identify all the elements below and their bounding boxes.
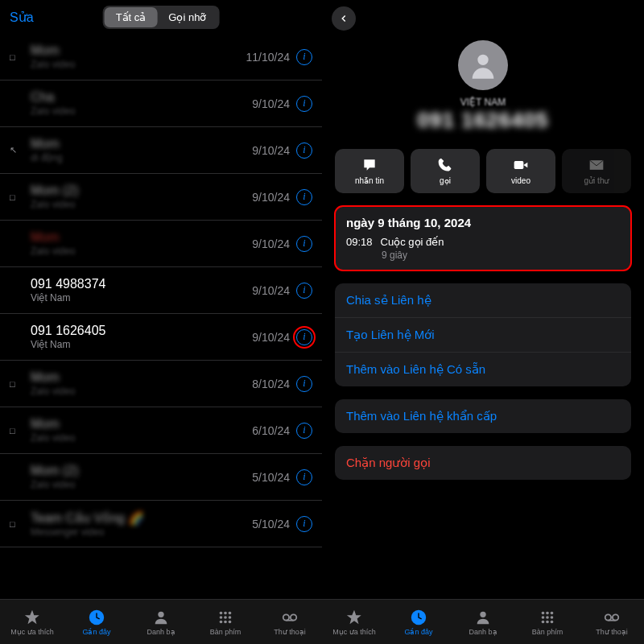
tab-label: Danh bạ xyxy=(469,628,497,636)
call-source: Zalo video xyxy=(31,479,252,490)
call-row[interactable]: □ Mom Zalo video 6/10/24 i xyxy=(0,407,322,454)
caller-name: Mom xyxy=(31,417,252,431)
caller-name: 091 4988374 xyxy=(31,277,252,291)
call-row[interactable]: ↖ Mom di động 9/10/24 i xyxy=(0,127,322,174)
svg-point-1 xyxy=(158,611,163,617)
action-mail: gửi thư xyxy=(562,149,631,193)
tab-label: Thư thoại xyxy=(596,628,628,636)
svg-point-28 xyxy=(613,614,618,620)
tab-keypad[interactable]: Bàn phím xyxy=(193,600,258,644)
svg-point-22 xyxy=(546,616,549,619)
call-row[interactable]: □ Mom Zalo video 8/10/24 i xyxy=(0,361,322,407)
caller-name: Mom xyxy=(31,230,252,245)
svg-point-21 xyxy=(542,616,545,619)
call-log-card: ngày 9 tháng 10, 2024 09:18 Cuộc gọi đến… xyxy=(335,206,631,270)
call-date: 11/10/24 xyxy=(246,51,291,64)
tab-label: Danh bạ xyxy=(147,628,175,636)
tab-clock[interactable]: Gần đây xyxy=(64,600,129,644)
info-icon[interactable]: i xyxy=(296,423,312,439)
call-source: Zalo video xyxy=(31,199,252,210)
edit-button[interactable]: Sửa xyxy=(10,10,34,25)
svg-rect-14 xyxy=(514,161,524,169)
emergency-option: Thêm vào Liên hệ khẩn cấp xyxy=(335,399,631,433)
call-row[interactable]: □ Mom (2) Zalo video 9/10/24 i xyxy=(0,174,322,221)
info-icon[interactable]: i xyxy=(296,329,312,345)
tab-vm[interactable]: Thư thoại xyxy=(258,600,322,644)
info-icon[interactable]: i xyxy=(296,516,312,532)
tab-keypad[interactable]: Bàn phím xyxy=(515,600,580,644)
call-row[interactable]: □ Mom Zalo video 11/10/24 i xyxy=(0,34,322,80)
action-label: nhắn tin xyxy=(355,176,384,185)
option-item[interactable]: Chia sẻ Liên hệ xyxy=(335,283,631,318)
call-row[interactable]: □ Team Cầu Vồng 🌈 Messenger video 5/10/2… xyxy=(0,501,322,547)
back-button[interactable] xyxy=(332,6,356,31)
info-icon[interactable]: i xyxy=(296,283,312,299)
call-row[interactable]: 091 4988374 Việt Nam 9/10/24 i xyxy=(0,267,322,314)
action-call[interactable]: gọi xyxy=(411,149,480,193)
block-caller[interactable]: Chặn người gọi xyxy=(335,446,631,480)
segment-control[interactable]: Tất cả Gọi nhỡ xyxy=(103,6,220,29)
profile-header: VIỆT NAM 091 1626405 xyxy=(322,37,644,144)
svg-point-5 xyxy=(220,616,223,619)
tab-star[interactable]: Mục ưa thích xyxy=(0,600,64,644)
call-date: 5/10/24 xyxy=(252,471,290,484)
tab-star[interactable]: Mục ưa thích xyxy=(322,600,386,644)
info-icon[interactable]: i xyxy=(296,189,312,205)
call-source: di động xyxy=(31,152,252,163)
avatar xyxy=(458,40,508,90)
phone-number: 091 1626405 xyxy=(418,108,549,133)
svg-point-17 xyxy=(480,611,485,617)
call-row[interactable]: Mom Zalo video 9/10/24 i xyxy=(0,221,322,267)
svg-point-10 xyxy=(229,620,232,623)
info-icon[interactable]: i xyxy=(296,236,312,252)
call-source: Zalo video xyxy=(31,59,246,70)
country-label: VIỆT NAM xyxy=(460,97,506,108)
action-vid[interactable]: video xyxy=(486,149,555,193)
header: Sửa Tất cả Gọi nhỡ xyxy=(0,0,322,34)
svg-point-7 xyxy=(229,616,232,619)
svg-point-25 xyxy=(546,620,549,623)
tab-contact[interactable]: Danh bạ xyxy=(451,600,515,644)
info-icon[interactable]: i xyxy=(296,49,312,65)
tab-contact[interactable]: Danh bạ xyxy=(129,600,193,644)
action-msg[interactable]: nhắn tin xyxy=(335,149,404,193)
tab-label: Bàn phím xyxy=(532,628,564,636)
info-icon[interactable]: i xyxy=(296,376,312,392)
svg-point-19 xyxy=(546,611,549,614)
call-date: 9/10/24 xyxy=(252,97,290,110)
tab-label: Bàn phím xyxy=(210,628,242,636)
call-source: Zalo video xyxy=(31,246,252,257)
caller-name: Mom xyxy=(31,370,252,385)
caller-name: Mom (2) xyxy=(31,184,252,198)
tab-missed[interactable]: Gọi nhỡ xyxy=(157,7,217,27)
bottom-tabs: Mục ưa thíchGần đâyDanh bạBàn phímThư th… xyxy=(322,599,644,644)
svg-point-4 xyxy=(229,611,232,614)
info-icon[interactable]: i xyxy=(296,96,312,112)
video-icon: □ xyxy=(10,519,21,529)
call-row[interactable]: Cha Zalo video 9/10/24 i xyxy=(0,80,322,127)
call-date: 9/10/24 xyxy=(252,237,290,250)
info-icon[interactable]: i xyxy=(296,469,312,485)
log-duration: 9 giây xyxy=(382,250,620,261)
tab-label: Gần đây xyxy=(404,628,432,636)
tab-clock[interactable]: Gần đây xyxy=(386,600,451,644)
call-date: 9/10/24 xyxy=(252,284,290,297)
option-item[interactable]: Thêm vào Liên hệ Có sẵn xyxy=(335,353,631,386)
call-date: 9/10/24 xyxy=(252,191,290,204)
info-icon[interactable]: i xyxy=(296,142,312,159)
caller-name: 091 1626405 xyxy=(31,324,252,338)
call-list: □ Mom Zalo video 11/10/24 i Cha Zalo vid… xyxy=(0,34,322,599)
call-row[interactable]: Mom (2) Zalo video 5/10/24 i xyxy=(0,454,322,501)
caller-name: Team Cầu Vồng 🌈 xyxy=(31,510,252,526)
call-source: Zalo video xyxy=(31,432,252,444)
tab-all[interactable]: Tất cả xyxy=(105,7,158,27)
svg-point-11 xyxy=(283,614,289,620)
option-item[interactable]: Tạo Liên hệ Mới xyxy=(335,318,631,353)
phone-icon: ↖ xyxy=(10,145,21,155)
svg-point-6 xyxy=(224,616,227,619)
svg-point-3 xyxy=(224,611,227,614)
add-emergency[interactable]: Thêm vào Liên hệ khẩn cấp xyxy=(335,399,631,433)
tab-vm[interactable]: Thư thoại xyxy=(580,600,644,644)
block-option: Chặn người gọi xyxy=(335,446,631,480)
call-row[interactable]: 091 1626405 Việt Nam 9/10/24 i xyxy=(0,314,322,361)
